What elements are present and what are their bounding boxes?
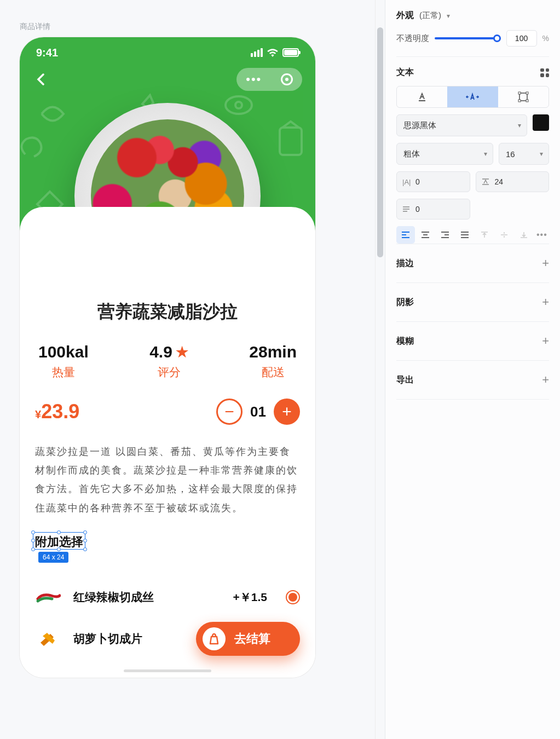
phone-frame[interactable]: 9:41 ••• 营养蔬菜减脂沙拉 — [20, 37, 315, 678]
price: ¥23.9 — [35, 400, 79, 423]
svg-rect-0 — [280, 128, 302, 155]
qty-value: 01 — [250, 403, 266, 420]
carrot-icon — [35, 628, 61, 650]
product-description: 蔬菜沙拉是一道 以圆白菜、番茄、黄瓜等作为主要食材制作而成的美食。蔬菜沙拉是一种… — [35, 442, 300, 517]
chili-icon — [35, 586, 61, 608]
font-size-select[interactable]: 16▾ — [499, 143, 549, 165]
frame-label: 商品详情 — [20, 22, 355, 32]
svg-rect-7 — [518, 100, 521, 102]
battery-icon — [282, 48, 299, 57]
font-weight-select[interactable]: 粗体▾ — [396, 143, 493, 165]
letter-spacing-icon: |A| — [402, 178, 411, 186]
canvas-scrollbar[interactable] — [375, 0, 385, 739]
stat-calories: 100kal 热量 — [38, 343, 89, 380]
stats-row: 100kal 热量 4.9★ 评分 28min 配送 — [35, 343, 300, 380]
fixed-size-icon — [518, 91, 529, 102]
opacity-slider[interactable] — [435, 37, 501, 39]
style-grid-icon[interactable] — [540, 68, 549, 77]
add-blur-button[interactable]: + — [542, 334, 549, 348]
addon-section-title[interactable]: 附加选择 — [35, 534, 83, 550]
align-right-button[interactable] — [436, 226, 454, 244]
checkout-label: 去结算 — [234, 631, 270, 647]
font-family-select[interactable]: 思源黑体▾ — [396, 114, 527, 136]
add-shadow-button[interactable]: + — [542, 295, 549, 309]
text-section-title: 文本 — [396, 67, 414, 78]
align-left-button[interactable] — [396, 226, 415, 244]
chevron-down-icon: ▾ — [540, 150, 543, 158]
text-autowidth-mode[interactable] — [447, 86, 498, 107]
stat-delivery: 28min 配送 — [249, 343, 297, 380]
wifi-icon — [267, 48, 279, 57]
checkout-button[interactable]: 去结算 — [196, 622, 300, 656]
signal-icon — [251, 48, 263, 57]
addon-item[interactable]: 红绿辣椒切成丝 +￥1.5 — [35, 576, 300, 618]
svg-rect-8 — [526, 100, 528, 102]
back-button[interactable] — [33, 72, 48, 87]
addon-radio[interactable] — [286, 590, 300, 604]
product-sheet: 营养蔬菜减脂沙拉 100kal 热量 4.9★ 评分 28min 配送 ¥23.… — [20, 207, 315, 678]
selection-size-badge: 64 x 24 — [38, 552, 68, 563]
align-justify-button[interactable] — [455, 226, 474, 244]
auto-width-icon — [465, 92, 480, 102]
quantity-stepper: − 01 + — [216, 399, 300, 425]
svg-rect-6 — [526, 92, 528, 94]
text-more-button[interactable]: ••• — [536, 230, 547, 240]
addon-name: 红绿辣椒切成丝 — [73, 590, 221, 605]
line-height-input[interactable]: 24 — [476, 171, 550, 192]
valign-top-button[interactable] — [475, 226, 494, 244]
svg-point-2 — [235, 102, 242, 108]
chevron-down-icon: ▾ — [484, 150, 487, 158]
letter-spacing-input[interactable]: |A| 0 — [396, 171, 470, 192]
valign-middle-button[interactable] — [495, 226, 513, 244]
export-section[interactable]: 导出 + — [396, 360, 549, 400]
star-icon: ★ — [176, 344, 188, 361]
status-time: 9:41 — [36, 47, 58, 59]
design-canvas[interactable]: 商品详情 9:41 — [0, 0, 375, 739]
more-icon[interactable]: ••• — [246, 72, 262, 86]
close-target-icon[interactable] — [281, 73, 293, 85]
line-height-icon — [482, 178, 490, 186]
addon-price: +￥1.5 — [233, 590, 267, 605]
bag-icon — [203, 627, 226, 650]
chevron-down-icon[interactable]: ▾ — [447, 12, 450, 20]
inspector-panel: 外观 (正常) ▾ 不透明度 100 % 文本 思源 — [385, 0, 560, 739]
text-fixed-mode[interactable] — [498, 86, 549, 107]
chevron-down-icon: ▾ — [518, 122, 521, 129]
svg-point-1 — [226, 96, 252, 114]
appearance-header[interactable]: 外观 (正常) ▾ — [396, 10, 549, 21]
scrollbar-thumb[interactable] — [377, 27, 383, 257]
product-title: 营养蔬菜减脂沙拉 — [35, 300, 300, 324]
status-bar: 9:41 — [20, 45, 315, 60]
opacity-label: 不透明度 — [396, 33, 429, 44]
text-color-swatch[interactable] — [533, 114, 549, 131]
svg-rect-3 — [419, 100, 425, 101]
stroke-section[interactable]: 描边 + — [396, 244, 549, 282]
stat-rating: 4.9★ 评分 — [149, 343, 188, 380]
text-mode-segmented[interactable] — [396, 86, 549, 108]
align-center-button[interactable] — [416, 226, 435, 244]
text-color-icon — [417, 91, 428, 102]
add-stroke-button[interactable]: + — [542, 256, 549, 270]
miniapp-capsule[interactable]: ••• — [236, 68, 302, 91]
text-color-mode[interactable] — [397, 86, 447, 107]
blur-section[interactable]: 模糊 + — [396, 321, 549, 360]
opacity-input[interactable]: 100 — [506, 30, 537, 47]
qty-minus-button[interactable]: − — [216, 399, 243, 425]
paragraph-spacing-input[interactable]: 0 — [396, 199, 470, 220]
add-export-button[interactable]: + — [542, 373, 549, 387]
shadow-section[interactable]: 阴影 + — [396, 282, 549, 321]
valign-bottom-button[interactable] — [515, 226, 533, 244]
paragraph-spacing-icon — [402, 205, 411, 213]
qty-plus-button[interactable]: + — [274, 399, 300, 425]
home-indicator — [124, 669, 211, 672]
svg-rect-5 — [518, 92, 521, 94]
chevron-left-icon — [37, 73, 44, 85]
text-align-row: ••• — [396, 226, 549, 244]
